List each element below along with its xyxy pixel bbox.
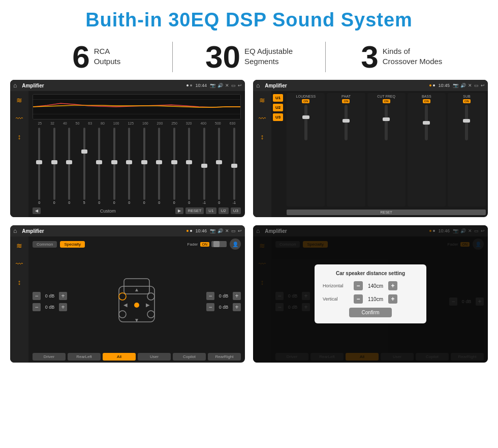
rearleft-btn[interactable]: RearLeft — [68, 353, 101, 361]
back-icon-2[interactable]: ↩ — [481, 83, 485, 88]
confirm-button[interactable]: Confirm — [349, 308, 391, 317]
screen1-body: ≋ 〰 ↕ — [10, 91, 245, 217]
stat-divider-2 — [325, 42, 326, 72]
user-btn[interactable]: User — [138, 353, 171, 361]
close-icon-2: ✕ — [468, 83, 472, 88]
all-btn[interactable]: All — [103, 353, 136, 361]
fader-minus-1[interactable]: − — [33, 292, 41, 300]
screen-amp: ⌂ Amplifier 10:45 📷 🔊 ✕ ▭ ↩ ≋ 〰 ↕ — [253, 80, 488, 217]
stat-eq-label: EQ AdjustableSegments — [244, 41, 293, 66]
home-icon[interactable]: ⌂ — [13, 82, 17, 89]
u3-btn[interactable]: U3 — [231, 207, 241, 214]
screen3-topbar: ⌂ Amplifier 10:46 📷 🔊 ✕ ▭ ↩ — [10, 225, 245, 236]
amp2-main: LOUDNESS ON PHAT ON — [285, 91, 488, 217]
vertical-row: Vertical − 110cm + — [323, 294, 418, 304]
eq-slider-9[interactable]: 0 — [168, 128, 181, 204]
arrows-icon[interactable]: ↕ — [18, 133, 21, 141]
arrows-icon-3[interactable]: ↕ — [18, 278, 21, 286]
cutfreq-slider[interactable] — [385, 105, 388, 140]
fader-minus-3[interactable]: − — [206, 292, 214, 300]
vertical-plus-btn[interactable]: + — [388, 294, 397, 304]
eq-icon-3[interactable]: ≋ — [16, 242, 22, 250]
eq-slider-5[interactable]: 0 — [108, 128, 121, 204]
dot1 — [186, 84, 189, 86]
back-icon-3[interactable]: ↩ — [238, 228, 242, 233]
fader-slider[interactable] — [211, 241, 227, 247]
eq-slider-2[interactable]: 0 — [63, 128, 76, 204]
profile-icon[interactable]: 👤 — [230, 238, 241, 250]
horizontal-label: Horizontal — [323, 283, 351, 288]
svg-text:▲: ▲ — [134, 287, 139, 292]
prev-preset-btn[interactable]: ◀ — [33, 207, 41, 214]
u2-btn[interactable]: U2 — [219, 207, 229, 214]
fader-minus-4[interactable]: − — [206, 303, 214, 311]
rearright-btn[interactable]: RearRight — [208, 353, 241, 361]
fader-db-2: 0 dB — [43, 305, 57, 310]
u3-preset-btn[interactable]: U3 — [273, 113, 283, 121]
next-preset-btn[interactable]: ▶ — [175, 207, 183, 214]
page-title: Buith-in 30EQ DSP Sound System — [0, 0, 498, 36]
tab-specialty[interactable]: Specialty — [60, 241, 84, 248]
eq-icon-2[interactable]: ≋ — [259, 96, 265, 104]
eq-slider-13[interactable]: -1 — [228, 128, 241, 204]
fader-plus-1[interactable]: + — [59, 292, 67, 300]
copilot-btn[interactable]: Copilot — [173, 353, 206, 361]
amp2-reset-btn[interactable]: RESET — [287, 210, 486, 215]
back-icon[interactable]: ↩ — [238, 83, 242, 88]
eq-slider-10[interactable]: 0 — [182, 128, 196, 204]
eq-slider-12[interactable]: 0 — [212, 128, 226, 204]
svg-text:▼: ▼ — [134, 317, 139, 323]
fader-body: − 0 dB + − 0 dB + — [33, 252, 241, 351]
fader-minus-2[interactable]: − — [33, 303, 41, 311]
reset-btn[interactable]: RESET — [185, 207, 204, 214]
eq-slider-3[interactable]: 5 — [78, 128, 91, 204]
eq-slider-4[interactable]: 0 — [92, 128, 106, 204]
eq-slider-11[interactable]: -1 — [198, 128, 211, 204]
wave-icon-3[interactable]: 〰 — [16, 260, 23, 268]
fader-plus-3[interactable]: + — [233, 292, 241, 300]
screen1-sidebar: ≋ 〰 ↕ — [10, 91, 28, 217]
topbar-dots-2 — [429, 84, 435, 86]
eq-slider-6[interactable]: 0 — [122, 128, 136, 204]
eq-sliders: 0 0 0 5 0 — [33, 127, 241, 205]
svg-point-9 — [147, 311, 154, 318]
arrows-icon-2[interactable]: ↕ — [261, 133, 264, 141]
ch-loudness: LOUDNESS ON — [287, 93, 325, 206]
driver-btn[interactable]: Driver — [33, 353, 66, 361]
fader-right-controls: − 0 dB + − 0 dB + — [206, 252, 241, 351]
svg-point-10 — [134, 303, 139, 308]
u1-btn[interactable]: U1 — [206, 207, 216, 214]
fader-plus-2[interactable]: + — [59, 303, 67, 311]
eq-slider-8[interactable]: 0 — [152, 128, 166, 204]
eq-slider-1[interactable]: 0 — [48, 128, 61, 204]
eq-slider-0[interactable]: 0 — [33, 128, 46, 204]
dot2 — [190, 84, 192, 86]
tab-common[interactable]: Common — [33, 241, 57, 248]
horizontal-minus-btn[interactable]: − — [354, 281, 363, 290]
screen2-sidebar: ≋ 〰 ↕ — [253, 91, 271, 217]
vertical-minus-btn[interactable]: − — [354, 294, 363, 304]
fader-plus-4[interactable]: + — [233, 303, 241, 311]
wave-icon-2[interactable]: 〰 — [259, 114, 266, 123]
screen3-sidebar: ≋ 〰 ↕ — [10, 236, 28, 363]
ch-cutfreq: CUT FREQ ON — [367, 93, 406, 206]
bass-slider[interactable] — [425, 105, 428, 140]
eq-icon[interactable]: ≋ — [16, 96, 22, 104]
wave-icon[interactable]: 〰 — [16, 114, 23, 123]
phat-slider[interactable] — [345, 105, 348, 140]
home-icon-2[interactable]: ⌂ — [256, 82, 260, 89]
fader-on[interactable]: ON — [200, 242, 210, 247]
screen2-topbar: ⌂ Amplifier 10:45 📷 🔊 ✕ ▭ ↩ — [253, 80, 488, 91]
loudness-slider[interactable] — [304, 105, 307, 140]
u1-preset-btn[interactable]: U1 — [273, 94, 283, 102]
dot-orange — [429, 84, 431, 86]
home-icon-3[interactable]: ⌂ — [13, 227, 17, 234]
u2-preset-btn[interactable]: U2 — [273, 104, 283, 111]
topbar-icons-3: 📷 🔊 ✕ ▭ ↩ — [210, 228, 242, 233]
horizontal-plus-btn[interactable]: + — [388, 281, 397, 290]
screen3-title: Amplifier — [20, 228, 183, 234]
eq-slider-7[interactable]: 0 — [138, 128, 151, 204]
sub-slider[interactable] — [465, 105, 468, 140]
eq-bottom-controls: ◀ Custom ▶ RESET U1 U2 U3 — [33, 207, 241, 214]
close-icon: ✕ — [225, 83, 229, 88]
